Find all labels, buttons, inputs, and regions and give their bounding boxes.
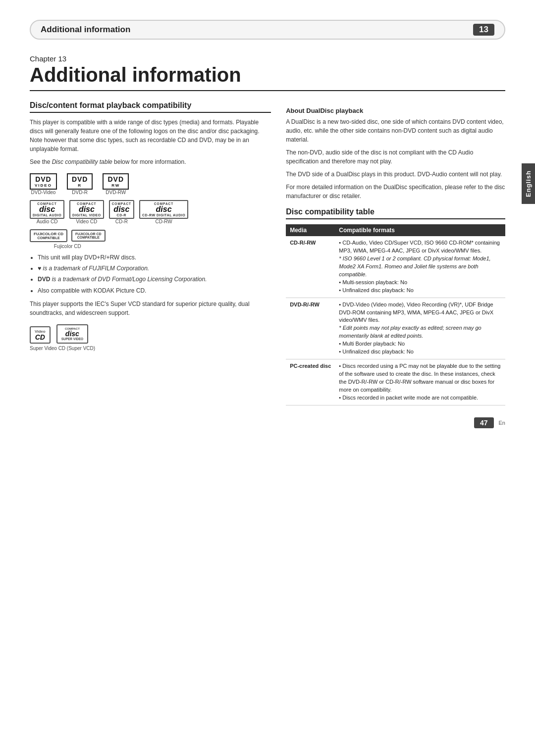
audio-cd-label: Audio CD	[37, 219, 58, 224]
table-header-media: Media	[286, 224, 335, 236]
audio-cd-logo-item: COMPACT disc DIGITAL AUDIO Audio CD	[30, 200, 64, 224]
left-para-2: See the Disc compatibility table below f…	[30, 157, 271, 166]
table-cell-formats-dvdr: • DVD-Video (Video mode), Video Recordin…	[335, 298, 505, 359]
page-number: 47	[474, 417, 494, 428]
dual-disc-heading: About DualDisc playback	[286, 107, 505, 114]
dvd-r-logo: DVD R	[67, 173, 93, 190]
table-cell-formats-pc: • Discs recorded using a PC may not be p…	[335, 359, 505, 405]
cdrw-logo-item: COMPACT disc CD-RW DIGITAL AUDIO CD-RW	[139, 200, 188, 224]
left-para-1: This player is compatible with a wide ra…	[30, 118, 271, 153]
table-row-cdr-rw: CD-R/-RW • CD-Audio, Video CD/Super VCD,…	[286, 236, 505, 298]
fujicolor-logo-2: FUJICOLOR CD COMPATIBLE	[71, 230, 106, 242]
table-row-pc-created: PC-created disc • Discs recorded using a…	[286, 359, 505, 405]
video-cd-logo: COMPACT disc DIGITAL VIDEO	[69, 200, 104, 219]
cdr-logo-item: COMPACT disc CD-R CD-R	[109, 200, 134, 224]
table-cell-media-pc: PC-created disc	[286, 359, 335, 405]
cdrw-logo: COMPACT disc CD-RW DIGITAL AUDIO	[139, 200, 188, 219]
table-header: Media Compatible formats	[286, 224, 505, 236]
dvd-rw-logo-item: DVD RW DVD-RW	[103, 173, 129, 195]
video-cd-logo-item: COMPACT disc DIGITAL VIDEO Video CD	[69, 200, 104, 224]
bullet-list: This unit will play DVD+R/+RW discs. ♥ i…	[38, 253, 271, 296]
super-vcd-label: Super Video CD (Super VCD)	[30, 346, 95, 351]
bullet-item-3: DVD is a trademark of DVD Format/Logo Li…	[38, 275, 271, 284]
page-footer: 47 En	[30, 417, 505, 428]
bullet-item-4: Also compatible with KODAK Picture CD.	[38, 286, 271, 296]
dual-disc-para-1: A DualDisc is a new two-sided disc, one …	[286, 117, 505, 144]
chapter-label: Chapter 13	[30, 54, 505, 63]
right-column: About DualDisc playback A DualDisc is a …	[286, 101, 505, 405]
dual-disc-para-2: The non-DVD, audio side of the disc is n…	[286, 148, 505, 166]
top-header: Additional information 13	[30, 20, 505, 40]
cdr-label: CD-R	[115, 219, 128, 224]
left-para-3: This player supports the IEC's Super VCD…	[30, 300, 271, 317]
left-column: Disc/content format playback compatibili…	[30, 101, 271, 405]
dvd-rw-label: DVD-RW	[106, 190, 126, 195]
video-cd-super-logo: Video CD	[30, 326, 51, 344]
dual-disc-para-3: The DVD side of a DualDisc plays in this…	[286, 170, 505, 179]
disc-compatibility-table: Media Compatible formats CD-R/-RW • CD-A…	[286, 224, 505, 405]
super-vcd-logo-group: Video CD COMPACT disc SUPER VIDEO Super …	[30, 324, 95, 351]
dvd-video-logo-item: DVD VIDEO DVD-Video	[30, 173, 57, 195]
super-vcd-logos-row: Video CD COMPACT disc SUPER VIDEO Super …	[30, 324, 271, 351]
bullet-item-2: ♥ is a trademark of FUJIFILM Corporation…	[38, 264, 271, 273]
cdr-logo: COMPACT disc CD-R	[109, 200, 134, 219]
dvd-r-logo-item: DVD R DVD-R	[67, 173, 93, 195]
compact-disc-logos-row: COMPACT disc DIGITAL AUDIO Audio CD COMP…	[30, 200, 271, 224]
table-cell-formats-cdr: • CD-Audio, Video CD/Super VCD, ISO 9660…	[335, 236, 505, 298]
compact-disc-super-logo: COMPACT disc SUPER VIDEO	[56, 324, 88, 344]
table-cell-media-dvdr: DVD-R/-RW	[286, 298, 335, 359]
dvd-video-label: DVD-Video	[31, 190, 56, 195]
dvd-rw-logo: DVD RW	[103, 173, 129, 190]
header-chapter-number: 13	[473, 24, 494, 36]
bullet-item-1: This unit will play DVD+R/+RW discs.	[38, 253, 271, 262]
fujicolor-cd-logo-group: FUJICOLOR CD COMPATIBLE FUJICOLOR CD COM…	[30, 229, 106, 249]
dvd-video-logo: DVD VIDEO	[30, 173, 57, 190]
fujicolor-label: Fujicolor CD	[54, 244, 81, 249]
table-cell-media-cdr: CD-R/-RW	[286, 236, 335, 298]
cdrw-label: CD-RW	[155, 219, 172, 224]
fujicolor-logos-row: FUJICOLOR CD COMPATIBLE FUJICOLOR CD COM…	[30, 229, 271, 249]
video-cd-label: Video CD	[76, 219, 98, 224]
section-heading: Disc/content format playback compatibili…	[30, 101, 271, 113]
dual-disc-para-4: For more detailed information on the Dua…	[286, 183, 505, 201]
audio-cd-logo: COMPACT disc DIGITAL AUDIO	[30, 200, 64, 219]
dvd-r-label: DVD-R	[72, 190, 88, 195]
two-column-layout: Disc/content format playback compatibili…	[30, 101, 505, 405]
table-heading: Disc compatibility table	[286, 207, 505, 219]
english-tab: English	[522, 163, 535, 204]
language-label: En	[499, 420, 505, 426]
chapter-title: Additional information	[30, 64, 505, 91]
dvd-logos-row: DVD VIDEO DVD-Video DVD R DVD-R DVD RW	[30, 173, 271, 195]
table-body: CD-R/-RW • CD-Audio, Video CD/Super VCD,…	[286, 236, 505, 405]
table-header-formats: Compatible formats	[335, 224, 505, 236]
fujicolor-logo-1: FUJICOLOR CD COMPATIBLE	[30, 229, 67, 242]
main-content: Chapter 13 Additional information Disc/c…	[30, 40, 505, 405]
header-title: Additional information	[41, 25, 130, 35]
table-row-dvdr-rw: DVD-R/-RW • DVD-Video (Video mode), Vide…	[286, 298, 505, 359]
